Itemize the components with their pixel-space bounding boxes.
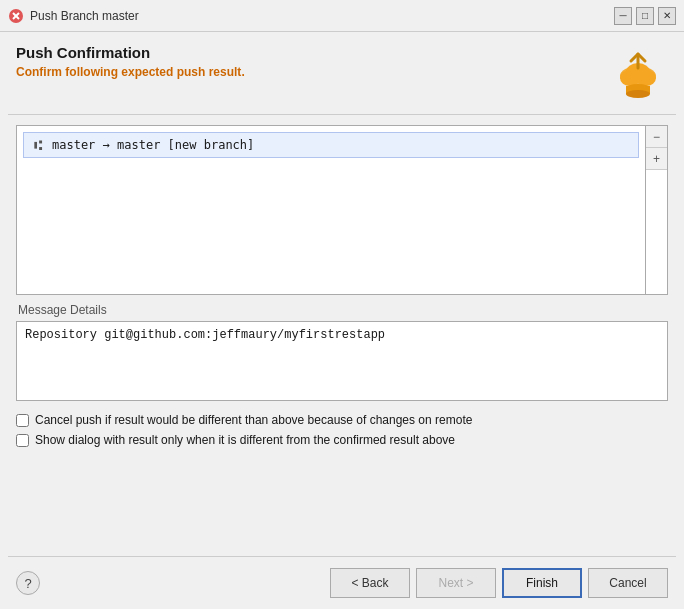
- list-controls: − +: [645, 126, 667, 294]
- branch-icon: ⑆: [30, 137, 46, 153]
- minimize-button[interactable]: ─: [614, 7, 632, 25]
- branch-list-item[interactable]: ⑆ master → master [new branch]: [23, 132, 639, 158]
- next-button[interactable]: Next >: [416, 568, 496, 598]
- window-title: Push Branch master: [30, 9, 139, 23]
- back-button[interactable]: < Back: [330, 568, 410, 598]
- show-dialog-checkbox[interactable]: [16, 434, 29, 447]
- header-text: Push Confirmation Confirm following expe…: [16, 44, 608, 79]
- dialog-body: Push Confirmation Confirm following expe…: [0, 32, 684, 609]
- message-details-content: Repository git@github.com:jeffmaury/myfi…: [25, 328, 385, 342]
- cancel-push-label: Cancel push if result would be different…: [35, 413, 472, 427]
- subtitle-suffix: .: [241, 65, 244, 79]
- dialog-title: Push Confirmation: [16, 44, 608, 61]
- message-details-label: Message Details: [16, 303, 668, 317]
- maximize-button[interactable]: □: [636, 7, 654, 25]
- finish-button[interactable]: Finish: [502, 568, 582, 598]
- branch-item-label: master → master [new branch]: [52, 138, 254, 152]
- expand-button[interactable]: +: [646, 148, 667, 170]
- cancel-push-checkbox[interactable]: [16, 414, 29, 427]
- collapse-button[interactable]: −: [646, 126, 667, 148]
- footer: ? < Back Next > Finish Cancel: [0, 557, 684, 609]
- message-details-box: Repository git@github.com:jeffmaury/myfi…: [16, 321, 668, 401]
- content-area: ⑆ master → master [new branch] − + Messa…: [0, 115, 684, 556]
- branch-list: ⑆ master → master [new branch]: [17, 126, 645, 294]
- footer-left: ?: [16, 571, 40, 595]
- cancel-push-checkbox-row[interactable]: Cancel push if result would be different…: [16, 413, 668, 427]
- checkboxes-section: Cancel push if result would be different…: [16, 409, 668, 451]
- help-button[interactable]: ?: [16, 571, 40, 595]
- header-section: Push Confirmation Confirm following expe…: [0, 32, 684, 114]
- svg-point-10: [626, 90, 650, 98]
- app-icon: [8, 8, 24, 24]
- message-details-section: Message Details Repository git@github.co…: [16, 303, 668, 401]
- window-controls: ─ □ ✕: [614, 7, 676, 25]
- subtitle-highlight: following expected push result: [65, 65, 241, 79]
- footer-buttons: < Back Next > Finish Cancel: [330, 568, 668, 598]
- dialog-subtitle: Confirm following expected push result.: [16, 65, 608, 79]
- show-dialog-checkbox-row[interactable]: Show dialog with result only when it is …: [16, 433, 668, 447]
- subtitle-prefix: Confirm: [16, 65, 65, 79]
- close-button[interactable]: ✕: [658, 7, 676, 25]
- branch-list-container: ⑆ master → master [new branch] − +: [16, 125, 668, 295]
- title-bar: Push Branch master ─ □ ✕: [0, 0, 684, 32]
- show-dialog-label: Show dialog with result only when it is …: [35, 433, 455, 447]
- push-icon: [608, 44, 668, 104]
- cancel-button[interactable]: Cancel: [588, 568, 668, 598]
